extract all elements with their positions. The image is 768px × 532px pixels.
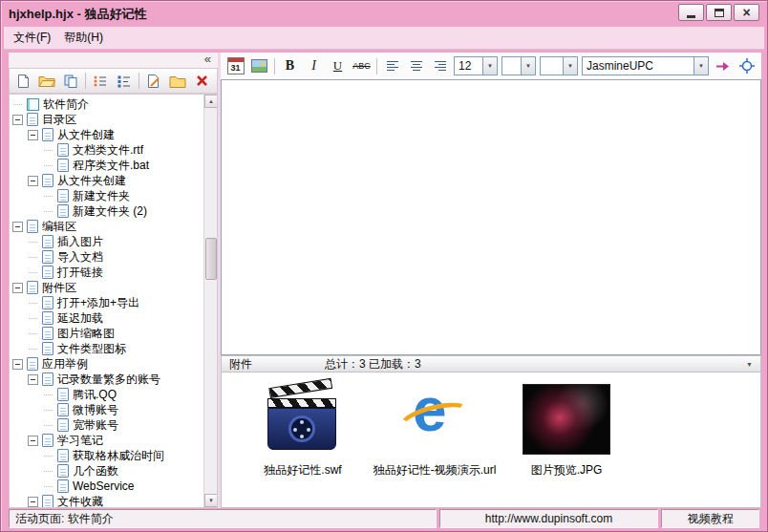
import-pages-icon bbox=[63, 74, 78, 89]
page-icon bbox=[27, 113, 38, 126]
tree-item[interactable]: 新建文件夹 (2) bbox=[12, 203, 203, 219]
tree-item-label: 获取格林威治时间 bbox=[73, 448, 164, 463]
attachment-item[interactable]: e独品好记性-视频演示.url bbox=[369, 380, 501, 479]
scroll-down-button[interactable]: ▼ bbox=[204, 494, 218, 507]
edit-note-button[interactable] bbox=[142, 70, 165, 92]
arrow-tool-button[interactable] bbox=[712, 55, 734, 76]
tree-item[interactable]: 记录数量繁多的账号 bbox=[12, 372, 203, 387]
expand-toggle-icon[interactable] bbox=[12, 222, 23, 232]
tree-item[interactable]: 腾讯.QQ bbox=[12, 387, 203, 402]
tree-item-label: 宽带账号 bbox=[73, 417, 118, 433]
editor-area[interactable] bbox=[221, 79, 761, 355]
toolbar-separator bbox=[376, 58, 377, 74]
menu-help[interactable]: 帮助(H) bbox=[58, 27, 109, 49]
tree-indent bbox=[12, 333, 28, 334]
folder-button[interactable] bbox=[166, 70, 189, 92]
expand-toggle-icon[interactable] bbox=[28, 436, 38, 446]
page-icon bbox=[57, 189, 69, 202]
expand-toggle-icon[interactable] bbox=[28, 176, 38, 186]
tree-item[interactable]: 获取格林威治时间 bbox=[12, 448, 203, 463]
bullet-list-button[interactable] bbox=[89, 70, 112, 92]
tree-item-label: 学习笔记 bbox=[57, 433, 103, 448]
tree-item[interactable]: 新建文件夹 bbox=[12, 188, 203, 203]
tree-item[interactable]: 软件简介 bbox=[12, 96, 203, 112]
insert-image-button[interactable] bbox=[248, 55, 270, 76]
tree-item-label: 编辑区 bbox=[42, 219, 76, 234]
tree-item[interactable]: 宽带账号 bbox=[12, 417, 203, 433]
tree-item[interactable]: 编辑区 bbox=[12, 219, 203, 234]
chevron-down-icon[interactable]: ▼ bbox=[521, 57, 535, 74]
expand-toggle-icon[interactable] bbox=[28, 374, 38, 385]
font-name-combo[interactable]: JasmineUPC ▼ bbox=[582, 56, 709, 75]
tree-item[interactable]: 文件收藏 bbox=[12, 494, 203, 508]
collapse-panel-button[interactable]: « bbox=[202, 53, 214, 66]
attachment-item[interactable]: 独品好记性.swf bbox=[237, 380, 369, 479]
editor-toolbar: 31 B I U ABC bbox=[221, 53, 761, 79]
font-size-combo[interactable]: 12 ▼ bbox=[454, 56, 498, 75]
chevron-down-icon[interactable]: ▼ bbox=[563, 57, 577, 74]
tree-item[interactable]: 导入文档 bbox=[12, 249, 203, 265]
tree-item[interactable]: 从文件夹创建 bbox=[12, 173, 203, 188]
underline-button[interactable]: U bbox=[327, 55, 349, 76]
tree-item[interactable]: 几个函数 bbox=[12, 463, 203, 479]
scroll-up-button[interactable]: ▲ bbox=[204, 95, 218, 108]
italic-button[interactable]: I bbox=[303, 55, 325, 76]
tree-item[interactable]: 从文件创建 bbox=[12, 127, 203, 142]
align-left-icon bbox=[386, 60, 399, 72]
tree-item[interactable]: 文件类型图标 bbox=[12, 341, 203, 356]
tree-line bbox=[43, 160, 57, 171]
chevron-down-icon[interactable]: ▼ bbox=[482, 57, 497, 74]
status-url: http://www.dupinsoft.com bbox=[439, 509, 658, 528]
tree-item[interactable]: 目录区 bbox=[12, 112, 203, 127]
tree-item[interactable]: 延迟加载 bbox=[12, 310, 203, 326]
tree-item[interactable]: 打开+添加+导出 bbox=[12, 295, 203, 310]
tree-line bbox=[43, 206, 57, 217]
tree-scrollbar[interactable]: ▲ ▼ bbox=[203, 95, 217, 507]
chevron-down-icon[interactable]: ▼ bbox=[693, 57, 708, 74]
expand-toggle-icon[interactable] bbox=[12, 359, 23, 370]
tree-item[interactable]: 文档类文件.rtf bbox=[12, 142, 203, 158]
new-note-button[interactable] bbox=[11, 70, 34, 92]
title-bar: hjxhelp.hjx - 独品好记性 × bbox=[9, 4, 761, 25]
align-center-button[interactable] bbox=[405, 55, 427, 76]
expand-toggle-icon[interactable] bbox=[12, 115, 23, 125]
align-left-button[interactable] bbox=[381, 55, 403, 76]
bold-button[interactable]: B bbox=[279, 55, 301, 76]
attachments-collapse-icon[interactable]: ▼ bbox=[746, 361, 753, 368]
page-icon bbox=[27, 220, 38, 233]
expand-toggle-icon[interactable] bbox=[12, 283, 23, 293]
highlight-color-combo[interactable]: ▼ bbox=[540, 56, 578, 75]
tree-item[interactable]: 图片缩略图 bbox=[12, 326, 203, 341]
insert-date-button[interactable]: 31 bbox=[224, 55, 246, 76]
tree-item[interactable]: 微博账号 bbox=[12, 402, 203, 417]
crosshair-tool-button[interactable] bbox=[736, 55, 757, 76]
delete-button[interactable] bbox=[190, 70, 213, 92]
attachment-item[interactable]: 图片预览.JPG bbox=[501, 380, 632, 479]
attachments-panel: 独品好记性.swfe独品好记性-视频演示.url图片预览.JPG bbox=[221, 372, 761, 508]
maximize-button[interactable] bbox=[706, 4, 732, 21]
tree-indent bbox=[12, 394, 43, 395]
scrollbar-thumb[interactable] bbox=[205, 238, 217, 280]
tree-item[interactable]: 打开链接 bbox=[12, 265, 203, 280]
tree-item[interactable]: 附件区 bbox=[12, 280, 203, 295]
expand-toggle-icon[interactable] bbox=[28, 130, 38, 140]
tree-item[interactable]: 应用举例 bbox=[12, 356, 203, 372]
close-button[interactable]: × bbox=[734, 4, 759, 21]
tree-item[interactable]: 学习笔记 bbox=[12, 433, 203, 448]
font-color-combo[interactable]: ▼ bbox=[501, 56, 536, 75]
status-video-link[interactable]: 视频教程 bbox=[661, 509, 759, 528]
tree-item[interactable]: 插入图片 bbox=[12, 234, 203, 249]
expand-toggle-icon[interactable] bbox=[28, 497, 38, 507]
menu-file[interactable]: 文件(F) bbox=[8, 27, 56, 49]
tree-item-label: 从文件夹创建 bbox=[57, 173, 126, 188]
tree-indent bbox=[12, 196, 43, 197]
open-button[interactable] bbox=[35, 70, 58, 92]
align-right-button[interactable] bbox=[429, 55, 451, 76]
strikethrough-button[interactable]: ABC bbox=[351, 55, 373, 76]
edit-page-icon bbox=[146, 74, 161, 89]
tree-item[interactable]: WebService bbox=[12, 479, 203, 494]
minimize-button[interactable] bbox=[678, 4, 704, 21]
tree-list-button[interactable] bbox=[113, 70, 136, 92]
tree-item[interactable]: 程序类文件.bat bbox=[12, 158, 203, 173]
import-button[interactable] bbox=[59, 70, 82, 92]
